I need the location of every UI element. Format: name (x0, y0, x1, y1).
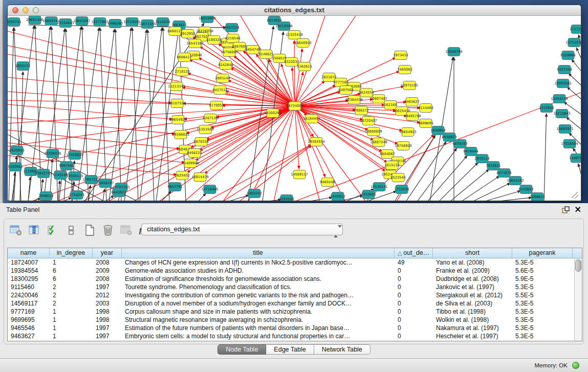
graph-node[interactable]: 9055741 (8, 18, 21, 27)
graph-edge[interactable] (9, 28, 14, 201)
graph-node[interactable]: 7625402 (175, 171, 189, 180)
graph-node[interactable]: 16210643 (553, 110, 571, 118)
cell-year[interactable]: 1997 (93, 332, 122, 340)
graph-edge[interactable] (461, 176, 499, 201)
graph-node[interactable]: 8454749 (245, 46, 260, 54)
cell-out_de[interactable]: 0 (395, 267, 433, 275)
graph-node[interactable]: 9474444 (463, 147, 478, 156)
cell-out_de[interactable]: 0 (395, 324, 433, 332)
graph-node[interactable]: 8405432 (247, 189, 262, 198)
graph-node[interactable]: 12213343 (168, 82, 185, 91)
graph-edge[interactable] (427, 156, 467, 201)
graph-node[interactable]: 8186328 (206, 36, 221, 45)
cell-year[interactable]: 1998 (93, 316, 122, 324)
resize-grip[interactable] (572, 192, 578, 199)
graph-node[interactable]: 19654923 (399, 128, 417, 137)
cell-short[interactable]: Dudbridge et al. (2008) (433, 275, 512, 283)
cell-short[interactable]: Yano et al. (2008) (433, 258, 512, 267)
table-row[interactable]: 946362711997Embryonic stem cells: a mode… (8, 332, 582, 340)
cell-pagerank[interactable]: 5.3E-5 (512, 308, 573, 316)
cell-in_degree[interactable]: 1 (50, 332, 93, 340)
graph-node[interactable]: 17359924 (66, 151, 83, 160)
graph-node[interactable]: 14671355 (139, 20, 156, 29)
graph-node[interactable]: 20364436 (345, 96, 363, 104)
graph-node[interactable]: 7332605 (361, 190, 376, 199)
cell-title[interactable]: Corpus callosum shape and size in male p… (122, 308, 395, 316)
graph-node[interactable]: 8878334 (193, 138, 208, 146)
graph-edge[interactable] (8, 130, 180, 149)
cell-pagerank[interactable]: 5.3E-5 (512, 316, 573, 324)
cell-year[interactable]: 2008 (93, 258, 122, 267)
graph-node[interactable]: 1186753 (569, 154, 581, 163)
cell-name[interactable]: 18724007 (8, 258, 50, 267)
zoom-window-button[interactable] (33, 7, 39, 13)
graph-node[interactable]: 16720407 (360, 117, 377, 125)
cell-in_degree[interactable]: 2 (50, 291, 93, 299)
graph-node[interactable]: 9245652 (518, 185, 533, 194)
cell-out_de[interactable]: 0 (395, 299, 433, 308)
graph-node[interactable]: 15751074 (565, 38, 581, 47)
graph-node[interactable]: 2718120 (175, 68, 189, 76)
graph-node[interactable]: 10719185 (123, 18, 141, 27)
graph-edge[interactable] (295, 106, 299, 169)
graph-node[interactable]: 1733426 (394, 185, 409, 194)
float-panel-icon[interactable] (562, 206, 570, 215)
graph-node[interactable]: 1117254 (570, 25, 581, 34)
graph-node[interactable]: 1215958 (539, 104, 554, 113)
graph-node[interactable]: 9350561 (8, 163, 23, 171)
graph-node[interactable]: 15184454 (303, 115, 320, 123)
cell-year[interactable]: 1997 (93, 324, 122, 332)
graph-node[interactable]: 15716485 (201, 185, 219, 194)
graph-node[interactable]: 2055172 (15, 62, 30, 71)
graph-node[interactable]: 1973433 (393, 51, 408, 60)
graph-node[interactable]: 9244540 (279, 195, 294, 201)
graph-node[interactable]: 15277607 (91, 18, 108, 27)
graph-node[interactable]: 7986372 (354, 106, 368, 115)
cell-name[interactable]: 9115460 (8, 283, 50, 291)
graph-node[interactable]: 9227349 (557, 65, 572, 74)
graph-node[interactable]: 8912955 (180, 30, 195, 38)
graph-node[interactable]: 14569117 (291, 170, 308, 179)
cell-in_degree[interactable]: 1 (50, 324, 93, 332)
cell-name[interactable]: 14569117 (8, 299, 50, 308)
graph-node[interactable]: 9170051 (209, 101, 224, 110)
graph-edge[interactable] (572, 59, 581, 71)
cell-year[interactable]: 2003 (93, 299, 122, 308)
column-header-short[interactable]: short (433, 248, 512, 258)
graph-edge[interactable] (228, 195, 249, 201)
graph-node[interactable]: 10688609 (365, 127, 382, 136)
graph-node[interactable]: 16914479 (191, 173, 209, 182)
graph-node[interactable]: 2620650 (9, 146, 24, 155)
row-height-button[interactable] (64, 225, 77, 237)
graph-node[interactable]: 9242848 (218, 61, 233, 70)
table-row[interactable]: 946554611997Estimation of the future num… (8, 324, 582, 332)
cell-out_de[interactable]: 0 (395, 316, 433, 324)
cell-name[interactable]: 19384554 (8, 267, 50, 275)
graph-node[interactable]: 8443521 (111, 188, 126, 197)
graph-edge[interactable] (198, 193, 206, 201)
delete-column-button[interactable] (101, 225, 114, 237)
graph-edge[interactable] (264, 200, 281, 201)
graph-node[interactable]: 6879197 (452, 140, 467, 148)
graph-node[interactable]: 11325419 (286, 31, 303, 39)
column-header-out_de[interactable]: △out_de… (395, 248, 433, 258)
graph-node[interactable]: 9097588 (59, 162, 74, 170)
graph-node[interactable]: 8754243 (69, 191, 84, 200)
cell-short[interactable]: Wolkin et al. (1998) (433, 316, 512, 324)
cell-year[interactable]: 1998 (93, 308, 122, 316)
graph-node[interactable]: 16648784 (445, 48, 463, 56)
graph-node[interactable]: 17016504 (561, 140, 578, 148)
graph-node[interactable]: 14136141 (371, 183, 388, 191)
graph-node[interactable]: 1362615 (297, 62, 312, 71)
cell-pagerank[interactable]: 5.3E-5 (512, 299, 573, 308)
graph-node[interactable]: 12093582 (554, 79, 572, 88)
close-window-button[interactable] (12, 7, 18, 13)
graph-node[interactable]: 2046510 (38, 192, 53, 201)
cell-year[interactable]: 2012 (93, 291, 122, 299)
tab-network-table[interactable]: Network Table (314, 344, 371, 355)
graph-edge[interactable] (295, 72, 303, 106)
graph-node[interactable]: 6466160 (107, 19, 122, 28)
cell-out_de[interactable]: 0 (395, 275, 433, 283)
network-view-window[interactable]: citations_edges.txt 90557412069140616955… (7, 5, 581, 201)
graph-edge[interactable] (20, 72, 23, 201)
